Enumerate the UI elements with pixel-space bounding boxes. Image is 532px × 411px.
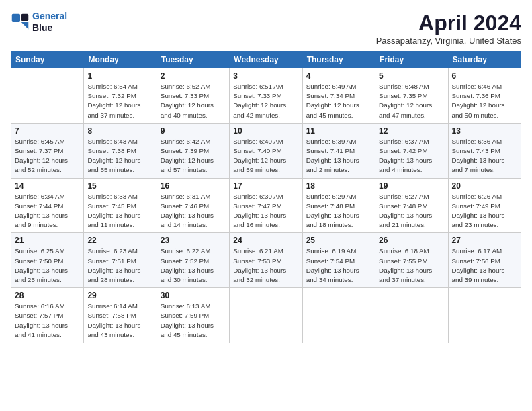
- location-text: Passapatanzy, Virginia, United States: [376, 36, 521, 46]
- logo-text: General Blue: [32, 11, 67, 34]
- calendar-cell: 10Sunrise: 6:40 AM Sunset: 7:40 PM Dayli…: [230, 123, 302, 178]
- calendar-week-4: 21Sunrise: 6:25 AM Sunset: 7:50 PM Dayli…: [11, 233, 521, 288]
- day-number: 9: [161, 126, 226, 136]
- day-number: 30: [161, 291, 226, 300]
- calendar-cell: 29Sunrise: 6:14 AM Sunset: 7:58 PM Dayli…: [84, 288, 157, 343]
- day-number: 7: [15, 126, 80, 136]
- calendar-cell: 5Sunrise: 6:48 AM Sunset: 7:35 PM Daylig…: [375, 68, 448, 124]
- month-title: April 2024: [376, 11, 521, 36]
- calendar-cell: 4Sunrise: 6:49 AM Sunset: 7:34 PM Daylig…: [302, 68, 375, 124]
- page-header: General Blue April 2024 Passapatanzy, Vi…: [11, 11, 521, 46]
- day-number: 15: [87, 181, 152, 191]
- weekday-header-monday: Monday: [84, 52, 157, 68]
- weekday-header-wednesday: Wednesday: [230, 52, 302, 68]
- weekday-header-friday: Friday: [375, 52, 448, 68]
- day-info: Sunrise: 6:43 AM Sunset: 7:38 PM Dayligh…: [87, 137, 152, 175]
- day-number: 22: [87, 236, 152, 245]
- day-info: Sunrise: 6:21 AM Sunset: 7:53 PM Dayligh…: [233, 246, 298, 285]
- weekday-header-row: SundayMondayTuesdayWednesdayThursdayFrid…: [11, 52, 521, 68]
- calendar-cell: 12Sunrise: 6:37 AM Sunset: 7:42 PM Dayli…: [375, 123, 448, 178]
- day-info: Sunrise: 6:14 AM Sunset: 7:58 PM Dayligh…: [87, 302, 152, 340]
- day-info: Sunrise: 6:23 AM Sunset: 7:51 PM Dayligh…: [87, 246, 152, 285]
- day-info: Sunrise: 6:37 AM Sunset: 7:42 PM Dayligh…: [379, 137, 444, 175]
- day-number: 4: [306, 71, 371, 81]
- calendar-cell: 6Sunrise: 6:46 AM Sunset: 7:36 PM Daylig…: [448, 68, 521, 124]
- day-info: Sunrise: 6:51 AM Sunset: 7:33 PM Dayligh…: [233, 82, 298, 120]
- day-info: Sunrise: 6:18 AM Sunset: 7:55 PM Dayligh…: [379, 246, 444, 285]
- calendar-cell: 30Sunrise: 6:13 AM Sunset: 7:59 PM Dayli…: [157, 288, 229, 343]
- day-info: Sunrise: 6:29 AM Sunset: 7:48 PM Dayligh…: [306, 192, 371, 230]
- calendar-cell: 11Sunrise: 6:39 AM Sunset: 7:41 PM Dayli…: [302, 123, 375, 178]
- calendar-cell: 22Sunrise: 6:23 AM Sunset: 7:51 PM Dayli…: [84, 233, 157, 288]
- logo-line1: General: [32, 11, 67, 21]
- calendar-week-1: 1Sunrise: 6:54 AM Sunset: 7:32 PM Daylig…: [11, 68, 521, 124]
- calendar-cell: 26Sunrise: 6:18 AM Sunset: 7:55 PM Dayli…: [375, 233, 448, 288]
- calendar-cell: 7Sunrise: 6:45 AM Sunset: 7:37 PM Daylig…: [11, 123, 84, 178]
- day-info: Sunrise: 6:48 AM Sunset: 7:35 PM Dayligh…: [379, 82, 444, 120]
- title-block: April 2024 Passapatanzy, Virginia, Unite…: [376, 11, 521, 46]
- calendar-cell: 13Sunrise: 6:36 AM Sunset: 7:43 PM Dayli…: [448, 123, 521, 178]
- day-info: Sunrise: 6:54 AM Sunset: 7:32 PM Dayligh…: [87, 82, 152, 120]
- calendar-week-3: 14Sunrise: 6:34 AM Sunset: 7:44 PM Dayli…: [11, 178, 521, 233]
- day-number: 26: [379, 236, 444, 245]
- day-info: Sunrise: 6:22 AM Sunset: 7:52 PM Dayligh…: [161, 246, 226, 285]
- day-number: 13: [452, 126, 517, 136]
- calendar-week-2: 7Sunrise: 6:45 AM Sunset: 7:37 PM Daylig…: [11, 123, 521, 178]
- day-number: 25: [306, 236, 371, 245]
- day-info: Sunrise: 6:25 AM Sunset: 7:50 PM Dayligh…: [15, 246, 80, 285]
- day-number: 24: [233, 236, 298, 245]
- day-info: Sunrise: 6:45 AM Sunset: 7:37 PM Dayligh…: [15, 137, 80, 175]
- svg-rect-0: [12, 14, 20, 22]
- svg-marker-2: [21, 22, 29, 30]
- day-number: 17: [233, 181, 298, 191]
- day-number: 14: [15, 181, 80, 191]
- logo: General Blue: [11, 11, 67, 34]
- day-number: 2: [161, 71, 226, 81]
- day-info: Sunrise: 6:19 AM Sunset: 7:54 PM Dayligh…: [306, 246, 371, 285]
- day-number: 3: [233, 71, 298, 81]
- day-info: Sunrise: 6:34 AM Sunset: 7:44 PM Dayligh…: [15, 192, 80, 230]
- day-number: 18: [306, 181, 371, 191]
- day-info: Sunrise: 6:30 AM Sunset: 7:47 PM Dayligh…: [233, 192, 298, 230]
- day-number: 27: [452, 236, 517, 245]
- day-number: 1: [87, 71, 152, 81]
- weekday-header-sunday: Sunday: [11, 52, 84, 68]
- day-info: Sunrise: 6:40 AM Sunset: 7:40 PM Dayligh…: [233, 137, 298, 175]
- weekday-header-thursday: Thursday: [302, 52, 375, 68]
- svg-rect-1: [21, 14, 29, 21]
- calendar-body: 1Sunrise: 6:54 AM Sunset: 7:32 PM Daylig…: [11, 68, 521, 343]
- calendar-cell: 9Sunrise: 6:42 AM Sunset: 7:39 PM Daylig…: [157, 123, 229, 178]
- day-info: Sunrise: 6:13 AM Sunset: 7:59 PM Dayligh…: [161, 302, 226, 340]
- day-info: Sunrise: 6:17 AM Sunset: 7:56 PM Dayligh…: [452, 246, 517, 285]
- calendar-header: SundayMondayTuesdayWednesdayThursdayFrid…: [11, 52, 521, 68]
- calendar-cell: 3Sunrise: 6:51 AM Sunset: 7:33 PM Daylig…: [230, 68, 302, 124]
- day-number: 19: [379, 181, 444, 191]
- calendar-cell: 20Sunrise: 6:26 AM Sunset: 7:49 PM Dayli…: [448, 178, 521, 233]
- day-info: Sunrise: 6:49 AM Sunset: 7:34 PM Dayligh…: [306, 82, 371, 120]
- calendar-cell: [448, 288, 521, 343]
- day-number: 11: [306, 126, 371, 136]
- day-info: Sunrise: 6:31 AM Sunset: 7:46 PM Dayligh…: [161, 192, 226, 230]
- day-number: 5: [379, 71, 444, 81]
- calendar-cell: 15Sunrise: 6:33 AM Sunset: 7:45 PM Dayli…: [84, 178, 157, 233]
- calendar-cell: 24Sunrise: 6:21 AM Sunset: 7:53 PM Dayli…: [230, 233, 302, 288]
- calendar-cell: [375, 288, 448, 343]
- day-info: Sunrise: 6:26 AM Sunset: 7:49 PM Dayligh…: [452, 192, 517, 230]
- weekday-header-saturday: Saturday: [448, 52, 521, 68]
- calendar-cell: 1Sunrise: 6:54 AM Sunset: 7:32 PM Daylig…: [84, 68, 157, 124]
- calendar-cell: 19Sunrise: 6:27 AM Sunset: 7:48 PM Dayli…: [375, 178, 448, 233]
- day-info: Sunrise: 6:42 AM Sunset: 7:39 PM Dayligh…: [161, 137, 226, 175]
- day-number: 20: [452, 181, 517, 191]
- logo-icon: [11, 13, 30, 32]
- calendar-cell: [302, 288, 375, 343]
- calendar-cell: 17Sunrise: 6:30 AM Sunset: 7:47 PM Dayli…: [230, 178, 302, 233]
- logo-line2: Blue: [32, 22, 67, 34]
- day-number: 12: [379, 126, 444, 136]
- day-number: 10: [233, 126, 298, 136]
- calendar-cell: 2Sunrise: 6:52 AM Sunset: 7:33 PM Daylig…: [157, 68, 229, 124]
- day-info: Sunrise: 6:36 AM Sunset: 7:43 PM Dayligh…: [452, 137, 517, 175]
- day-info: Sunrise: 6:27 AM Sunset: 7:48 PM Dayligh…: [379, 192, 444, 230]
- weekday-header-tuesday: Tuesday: [157, 52, 229, 68]
- calendar-cell: 25Sunrise: 6:19 AM Sunset: 7:54 PM Dayli…: [302, 233, 375, 288]
- day-info: Sunrise: 6:39 AM Sunset: 7:41 PM Dayligh…: [306, 137, 371, 175]
